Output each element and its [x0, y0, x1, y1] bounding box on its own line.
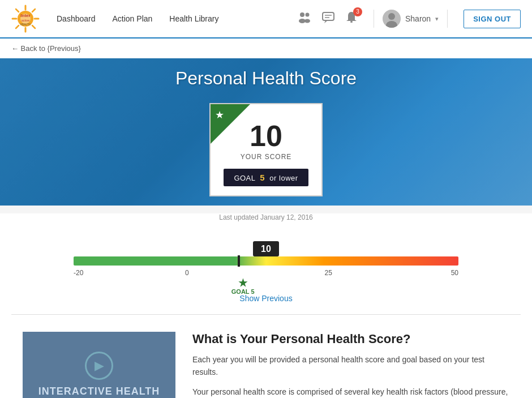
- bar-min-label: -20: [74, 269, 83, 277]
- score-indicator: 10: [253, 241, 279, 256]
- goal-star-icon: ★: [238, 278, 247, 288]
- svg-line-8: [32, 9, 35, 12]
- last-updated: Last updated January 12, 2016: [0, 213, 532, 221]
- svg-point-16: [304, 19, 310, 23]
- notification-badge: 3: [353, 7, 362, 16]
- show-previous-link[interactable]: Show Previous: [0, 294, 532, 303]
- svg-text:active: active: [22, 19, 29, 22]
- play-button[interactable]: ▶: [85, 352, 113, 380]
- bar-marker: [238, 255, 240, 267]
- nav-health-library[interactable]: Health Library: [169, 14, 218, 23]
- people-icon: [298, 12, 311, 23]
- user-menu[interactable]: Sharon ▾: [374, 10, 448, 28]
- chat-icon-btn[interactable]: [321, 11, 335, 27]
- svg-line-9: [16, 25, 19, 28]
- score-label: YOUR SCORE: [211, 153, 321, 161]
- svg-line-6: [16, 9, 19, 12]
- hero-section: Personal Health Score ★ 10 YOUR SCORE GO…: [0, 58, 532, 206]
- goal-label: GOAL 5: [231, 288, 255, 295]
- score-bar-container: 10 -20 0 25 50 ★ GOAL 5: [0, 233, 532, 284]
- score-bar-section: Last updated January 12, 2016 10 -20 0 2…: [0, 213, 532, 398]
- gradient-bar: [74, 256, 458, 266]
- goal-suffix: or lower: [269, 174, 298, 182]
- info-heading: What is Your Personal Health Score?: [192, 332, 509, 346]
- info-section: ▶ INTERACTIVE HEALTH PERSONAL HEALTH SCO…: [0, 315, 532, 398]
- svg-point-15: [306, 12, 310, 16]
- bell-icon-btn[interactable]: 3: [345, 11, 358, 27]
- score-card: ★ 10 YOUR SCORE GOAL 5 or lower: [209, 103, 323, 196]
- video-thumbnail[interactable]: ▶ INTERACTIVE HEALTH PERSONAL HEALTH SCO…: [23, 332, 175, 398]
- svg-point-23: [388, 13, 395, 20]
- svg-line-7: [32, 25, 35, 28]
- bar-labels: -20 0 25 50: [74, 269, 458, 277]
- goal-prefix: GOAL: [234, 174, 255, 182]
- info-text: What is Your Personal Health Score? Each…: [192, 332, 509, 398]
- sign-out-button[interactable]: SIGN OUT: [464, 10, 521, 28]
- dropdown-arrow-icon: ▾: [435, 15, 439, 23]
- nav-dashboard[interactable]: Dashboard: [57, 14, 96, 23]
- bar-max-label: 50: [451, 269, 458, 277]
- nav-action-plan[interactable]: Action Plan: [113, 14, 153, 23]
- back-link[interactable]: ← Back to {Previous}: [0, 38, 92, 58]
- bar-zero-label: 0: [185, 269, 189, 277]
- bar-container: [74, 256, 458, 266]
- goal-number: 5: [260, 173, 265, 182]
- page-title: Personal Health Score: [175, 68, 357, 89]
- ribbon-star-icon: ★: [215, 109, 224, 121]
- info-para2: Your personal health score is comprised …: [192, 386, 509, 398]
- user-name: Sharon: [405, 14, 431, 23]
- video-title: INTERACTIVE HEALTH: [38, 386, 160, 397]
- svg-text:HEALTH: HEALTH: [20, 23, 30, 26]
- bar-mid-label: 25: [325, 269, 332, 277]
- goal-badge: GOAL 5 or lower: [224, 169, 308, 186]
- logo-area: Inter active HEALTH: [11, 5, 40, 33]
- goal-star-label: ★ GOAL 5: [231, 278, 255, 295]
- main-nav: Dashboard Action Plan Health Library: [57, 14, 298, 23]
- svg-rect-17: [323, 12, 334, 20]
- svg-text:Inter: Inter: [20, 13, 30, 18]
- avatar: [383, 10, 401, 28]
- logo-icon: Inter active HEALTH: [11, 5, 40, 33]
- people-icon-btn[interactable]: [298, 12, 311, 26]
- header-icons: 3 Sharon ▾ SIGN OUT: [298, 10, 521, 28]
- info-para1: Each year you will be provided a persona…: [192, 353, 509, 379]
- chat-icon: [321, 11, 335, 24]
- svg-rect-21: [350, 21, 353, 23]
- header: Inter active HEALTH Dashboard Action Pla…: [0, 0, 532, 38]
- svg-point-13: [300, 12, 304, 17]
